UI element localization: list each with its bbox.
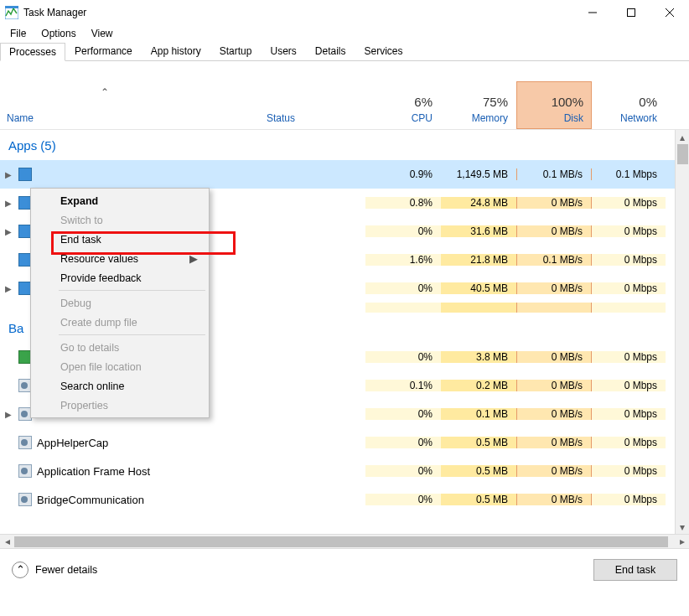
cell-disk: 0 MB/s	[516, 465, 592, 477]
col-disk[interactable]: 100% Disk	[516, 81, 592, 129]
tab-bar: Processes Performance App history Startu…	[0, 42, 689, 61]
table-row[interactable]: AppHelperCap 0% 0.5 MB 0 MB/s 0 Mbps	[0, 428, 689, 457]
cell-mem: 31.6 MB	[441, 225, 516, 237]
svg-rect-1	[5, 6, 18, 8]
group-apps[interactable]: Apps (5)	[0, 130, 689, 160]
cell-disk: 0.1 MB/s	[516, 168, 592, 180]
cell-net: 0 Mbps	[592, 351, 666, 363]
tab-services[interactable]: Services	[355, 42, 412, 60]
column-headers: ⌃ Name Status 6% CPU 75% Memory 100% Dis…	[0, 81, 689, 130]
process-name: BridgeCommunication	[37, 494, 144, 506]
cell-mem: 40.5 MB	[441, 282, 516, 294]
tab-performance[interactable]: Performance	[65, 42, 142, 60]
window-controls	[573, 0, 689, 25]
cell-net: 0 Mbps	[592, 197, 666, 209]
cell-cpu: 0.8%	[365, 197, 441, 209]
tab-users[interactable]: Users	[261, 42, 305, 60]
cell-net: 0 Mbps	[592, 282, 666, 294]
scroll-thumb[interactable]	[14, 536, 668, 547]
cell-disk: 0 MB/s	[516, 408, 592, 420]
process-icon	[18, 436, 32, 449]
tab-processes[interactable]: Processes	[0, 43, 65, 61]
separator	[59, 334, 205, 335]
scroll-up-icon[interactable]: ▴	[676, 130, 689, 144]
ctx-expand[interactable]: Expand	[34, 191, 206, 210]
process-icon	[18, 493, 32, 506]
col-memory[interactable]: 75% Memory	[441, 81, 516, 129]
process-icon	[18, 464, 32, 478]
tab-app-history[interactable]: App history	[142, 42, 210, 60]
ctx-search-online[interactable]: Search online	[34, 376, 206, 396]
minimize-button[interactable]	[573, 0, 612, 25]
ctx-resource-values[interactable]: Resource values▶	[34, 249, 206, 268]
ctx-provide-feedback[interactable]: Provide feedback	[34, 268, 206, 287]
col-network[interactable]: 0% Network	[592, 81, 666, 129]
col-status-label: Status	[267, 112, 295, 124]
vertical-scrollbar[interactable]: ▴ ▾	[675, 130, 689, 534]
cell-cpu: 0.1%	[365, 380, 441, 391]
ctx-open-file-location: Open file location	[34, 357, 206, 376]
ctx-end-task[interactable]: End task	[34, 230, 206, 249]
chevron-right-icon[interactable]: ▶	[3, 227, 13, 236]
cell-disk: 0.1 MB/s	[516, 254, 592, 266]
menu-view[interactable]: View	[85, 26, 120, 41]
scroll-track[interactable]	[14, 535, 675, 549]
col-name-label: Name	[7, 112, 34, 124]
cell-disk: 0 MB/s	[516, 494, 592, 505]
tab-details[interactable]: Details	[306, 42, 355, 60]
col-name[interactable]: ⌃ Name	[0, 81, 260, 129]
menu-file[interactable]: File	[3, 26, 33, 41]
col-cpu[interactable]: 6% CPU	[365, 81, 441, 129]
col-disk-label: Disk	[564, 112, 583, 124]
cell-disk: 0 MB/s	[516, 225, 592, 237]
svg-rect-3	[628, 9, 635, 17]
fewer-details-label: Fewer details	[35, 564, 97, 576]
disk-usage-percent: 100%	[552, 95, 583, 109]
ctx-create-dump: Create dump file	[34, 313, 206, 332]
scroll-thumb[interactable]	[677, 144, 688, 164]
cpu-usage-percent: 6%	[414, 95, 433, 109]
col-status[interactable]: Status	[260, 81, 365, 129]
cell-cpu: 0%	[365, 408, 441, 420]
menu-options[interactable]: Options	[34, 26, 82, 41]
chevron-right-icon[interactable]: ▶	[3, 199, 13, 208]
end-task-button[interactable]: End task	[593, 559, 677, 581]
app-icon	[5, 6, 18, 19]
tab-startup[interactable]: Startup	[210, 42, 262, 60]
cell-disk: 0 MB/s	[516, 282, 592, 294]
cell-disk: 0 MB/s	[516, 197, 592, 209]
chevron-right-icon[interactable]: ▶	[3, 410, 13, 419]
window-title: Task Manager	[23, 7, 86, 18]
cell-mem: 24.8 MB	[441, 197, 516, 209]
col-memory-label: Memory	[472, 112, 508, 124]
cell-net: 0 Mbps	[592, 465, 666, 477]
chevron-right-icon[interactable]: ▶	[3, 170, 13, 179]
cell-disk: 0 MB/s	[516, 380, 592, 391]
cell-net: 0 Mbps	[592, 408, 666, 420]
fewer-details-button[interactable]: ⌃ Fewer details	[12, 562, 97, 578]
horizontal-scrollbar[interactable]: ◂ ▸	[0, 534, 689, 548]
cell-cpu: 1.6%	[365, 254, 441, 266]
chevron-right-icon: ▶	[189, 252, 198, 265]
memory-usage-percent: 75%	[483, 95, 508, 109]
chevron-right-icon[interactable]: ▶	[3, 284, 13, 293]
ctx-switch-to: Switch to	[34, 210, 206, 230]
cell-cpu: 0%	[365, 351, 441, 363]
maximize-button[interactable]	[612, 0, 650, 25]
process-icon	[18, 168, 32, 181]
table-row[interactable]: ▶ 0.9% 1,149.5 MB 0.1 MB/s 0.1 Mbps	[0, 160, 689, 189]
cell-mem: 1,149.5 MB	[441, 168, 516, 180]
close-button[interactable]	[650, 0, 689, 25]
cell-net: 0.1 Mbps	[592, 168, 666, 180]
scroll-left-icon[interactable]: ◂	[0, 535, 14, 549]
cell-mem: 3.8 MB	[441, 351, 516, 363]
process-name: AppHelperCap	[37, 437, 108, 449]
col-network-label: Network	[620, 112, 657, 124]
table-row[interactable]: BridgeCommunication 0% 0.5 MB 0 MB/s 0 M…	[0, 485, 689, 514]
scroll-right-icon[interactable]: ▸	[675, 535, 689, 549]
cell-cpu: 0%	[365, 465, 441, 477]
cell-cpu: 0.9%	[365, 168, 441, 180]
table-row[interactable]: Application Frame Host 0% 0.5 MB 0 MB/s …	[0, 457, 689, 485]
footer: ⌃ Fewer details End task	[0, 548, 689, 590]
scroll-down-icon[interactable]: ▾	[676, 520, 689, 534]
